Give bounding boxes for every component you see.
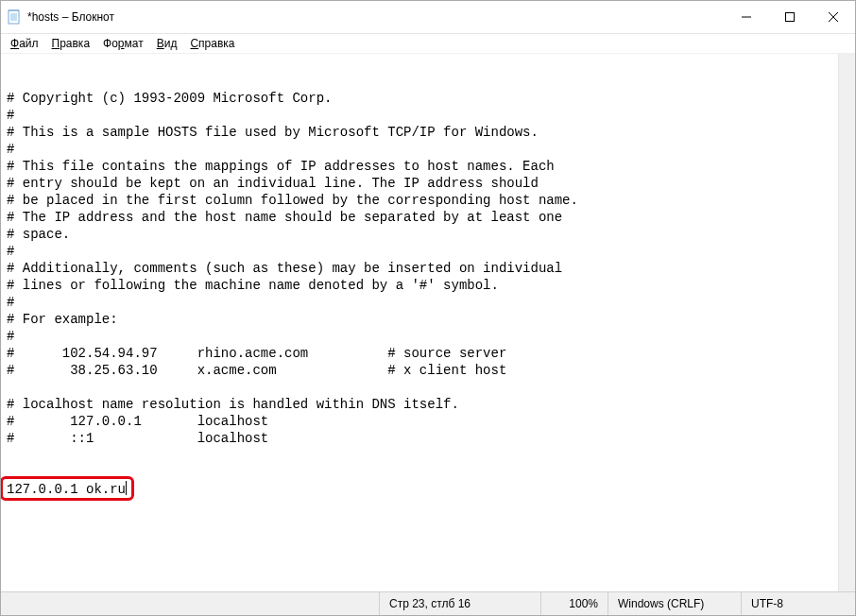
statusbar: Стр 23, стлб 16 100% Windows (CRLF) UTF-… (1, 591, 855, 615)
svg-rect-0 (9, 10, 19, 24)
notepad-icon (7, 9, 22, 25)
status-spacer (1, 592, 379, 615)
status-zoom: 100% (540, 592, 608, 615)
window-controls (725, 1, 855, 33)
text-caret (126, 481, 127, 495)
menu-file[interactable]: Файл (5, 36, 44, 51)
typed-line: 127.0.0.1 ok.ru (7, 481, 834, 498)
titlebar: *hosts – Блокнот (1, 1, 855, 34)
vertical-scrollbar[interactable] (838, 54, 855, 591)
editor-area: # Copyright (c) 1993-2009 Microsoft Corp… (1, 54, 855, 591)
file-content: # Copyright (c) 1993-2009 Microsoft Corp… (7, 90, 834, 447)
status-position: Стр 23, стлб 16 (379, 592, 540, 615)
window-title: *hosts – Блокнот (27, 10, 114, 24)
svg-rect-6 (786, 13, 795, 22)
text-editor[interactable]: # Copyright (c) 1993-2009 Microsoft Corp… (1, 54, 838, 591)
title-left: *hosts – Блокнот (7, 9, 114, 25)
close-button[interactable] (812, 1, 855, 33)
status-encoding: UTF-8 (741, 592, 855, 615)
menu-help[interactable]: Справка (184, 36, 240, 51)
window: *hosts – Блокнот Файл Правка Формат Вид … (0, 0, 856, 616)
menu-format[interactable]: Формат (97, 36, 149, 51)
status-line-ending: Windows (CRLF) (608, 592, 741, 615)
menubar: Файл Правка Формат Вид Справка (1, 34, 855, 54)
menu-edit[interactable]: Правка (46, 36, 96, 51)
menu-view[interactable]: Вид (151, 36, 183, 51)
minimize-button[interactable] (725, 1, 768, 33)
maximize-button[interactable] (768, 1, 812, 33)
